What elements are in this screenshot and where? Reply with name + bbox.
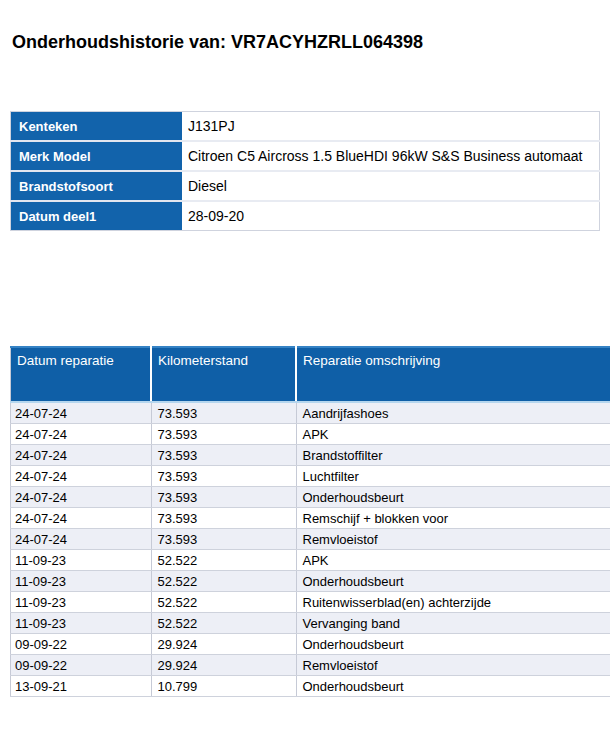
vehicle-label: Brandstofsoort xyxy=(11,171,183,201)
odometer-cell: 52.522 xyxy=(151,550,296,571)
repair-date-cell: 11-09-23 xyxy=(11,592,152,613)
odometer-cell: 73.593 xyxy=(151,466,296,487)
odometer-cell: 29.924 xyxy=(151,634,296,655)
vehicle-info-row: Datum deel1 28-09-20 xyxy=(11,201,600,231)
odometer-cell: 52.522 xyxy=(151,613,296,634)
repair-date-cell: 24-07-24 xyxy=(11,529,152,550)
table-row: 11-09-23 52.522 APK xyxy=(11,550,610,571)
repair-date-cell: 11-09-23 xyxy=(11,571,152,592)
repair-history-table: Datum reparatie Kilometerstand Reparatie… xyxy=(10,346,610,697)
repair-description-cell: Onderhoudsbeurt xyxy=(296,676,610,697)
repair-description-cell: Luchtfilter xyxy=(296,466,610,487)
table-row: 24-07-24 73.593 Onderhoudsbeurt xyxy=(11,487,610,508)
odometer-cell: 52.522 xyxy=(151,571,296,592)
odometer-cell: 10.799 xyxy=(151,676,296,697)
repair-description-cell: Brandstoffilter xyxy=(296,445,610,466)
repair-date-cell: 11-09-23 xyxy=(11,613,152,634)
vehicle-info-row: Merk Model Citroen C5 Aircross 1.5 BlueH… xyxy=(11,141,600,171)
odometer-cell: 73.593 xyxy=(151,445,296,466)
repair-table-header: Datum reparatie Kilometerstand Reparatie… xyxy=(11,347,610,402)
vehicle-value: Citroen C5 Aircross 1.5 BlueHDI 96kW S&S… xyxy=(182,141,600,171)
repair-description-cell: APK xyxy=(296,424,610,445)
table-row: 13-09-21 10.799 Onderhoudsbeurt xyxy=(11,676,610,697)
page-title: Onderhoudshistorie van: VR7ACYHZRLL06439… xyxy=(12,32,423,53)
repair-date-cell: 13-09-21 xyxy=(11,676,152,697)
table-row: 11-09-23 52.522 Ruitenwisserblad(en) ach… xyxy=(11,592,610,613)
vehicle-value: 28-09-20 xyxy=(182,201,600,231)
table-row: 24-07-24 73.593 Luchtfilter xyxy=(11,466,610,487)
column-header-reparatie-omschrijving: Reparatie omschrijving xyxy=(296,347,610,402)
repair-date-cell: 24-07-24 xyxy=(11,487,152,508)
repair-description-cell: Remvloeistof xyxy=(296,529,610,550)
repair-description-cell: Onderhoudsbeurt xyxy=(296,571,610,592)
repair-description-cell: Remschijf + blokken voor xyxy=(296,508,610,529)
repair-date-cell: 24-07-24 xyxy=(11,424,152,445)
vehicle-label: Merk Model xyxy=(11,141,183,171)
table-row: 24-07-24 73.593 Brandstoffilter xyxy=(11,445,610,466)
odometer-cell: 73.593 xyxy=(151,487,296,508)
vehicle-label: Kenteken xyxy=(11,112,183,142)
repair-description-cell: Aandrijfashoes xyxy=(296,402,610,424)
repair-description-cell: Remvloeistof xyxy=(296,655,610,676)
repair-date-cell: 24-07-24 xyxy=(11,402,152,424)
repair-description-cell: Onderhoudsbeurt xyxy=(296,634,610,655)
vehicle-info-row: Kenteken J131PJ xyxy=(11,112,600,142)
repair-description-cell: Ruitenwisserblad(en) achterzijde xyxy=(296,592,610,613)
column-header-datum-reparatie: Datum reparatie xyxy=(11,347,152,402)
repair-date-cell: 09-09-22 xyxy=(11,655,152,676)
repair-date-cell: 24-07-24 xyxy=(11,445,152,466)
column-header-kilometerstand: Kilometerstand xyxy=(151,347,296,402)
vehicle-value: Diesel xyxy=(182,171,600,201)
odometer-cell: 73.593 xyxy=(151,424,296,445)
table-row: 24-07-24 73.593 APK xyxy=(11,424,610,445)
vehicle-value: J131PJ xyxy=(182,112,600,142)
table-row: 11-09-23 52.522 Vervanging band xyxy=(11,613,610,634)
repair-description-cell: Vervanging band xyxy=(296,613,610,634)
table-row: 24-07-24 73.593 Remvloeistof xyxy=(11,529,610,550)
odometer-cell: 73.593 xyxy=(151,529,296,550)
vehicle-label: Datum deel1 xyxy=(11,201,183,231)
odometer-cell: 29.924 xyxy=(151,655,296,676)
odometer-cell: 73.593 xyxy=(151,508,296,529)
odometer-cell: 52.522 xyxy=(151,592,296,613)
repair-date-cell: 24-07-24 xyxy=(11,508,152,529)
vehicle-info-table: Kenteken J131PJ Merk Model Citroen C5 Ai… xyxy=(10,111,600,231)
table-row: 09-09-22 29.924 Onderhoudsbeurt xyxy=(11,634,610,655)
repair-date-cell: 24-07-24 xyxy=(11,466,152,487)
repair-description-cell: Onderhoudsbeurt xyxy=(296,487,610,508)
table-row: 24-07-24 73.593 Aandrijfashoes xyxy=(11,402,610,424)
table-row: 24-07-24 73.593 Remschijf + blokken voor xyxy=(11,508,610,529)
vehicle-info-row: Brandstofsoort Diesel xyxy=(11,171,600,201)
maintenance-history-page: Onderhoudshistorie van: VR7ACYHZRLL06439… xyxy=(0,0,610,730)
repair-date-cell: 09-09-22 xyxy=(11,634,152,655)
table-row: 11-09-23 52.522 Onderhoudsbeurt xyxy=(11,571,610,592)
repair-description-cell: APK xyxy=(296,550,610,571)
repair-date-cell: 11-09-23 xyxy=(11,550,152,571)
table-row: 09-09-22 29.924 Remvloeistof xyxy=(11,655,610,676)
odometer-cell: 73.593 xyxy=(151,402,296,424)
